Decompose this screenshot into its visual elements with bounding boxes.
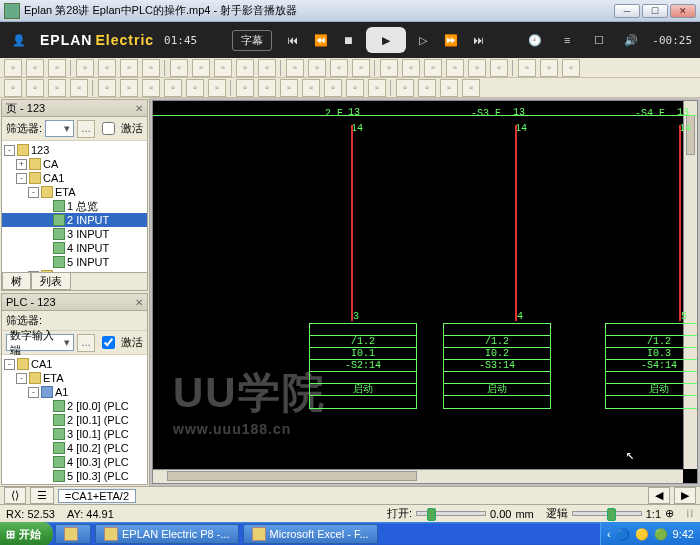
- play-button[interactable]: ▶: [366, 27, 406, 53]
- stop-button[interactable]: ⏹: [338, 29, 360, 51]
- toolbar-button[interactable]: ▫: [540, 59, 558, 77]
- volume-icon[interactable]: 🔊: [620, 29, 642, 51]
- tree-node[interactable]: 2 INPUT: [2, 213, 147, 227]
- scroll-right-button[interactable]: ▶: [674, 487, 696, 504]
- toolbar-button[interactable]: ▫: [164, 79, 182, 97]
- pages-filter-dropdown[interactable]: ▾: [45, 120, 74, 137]
- toolbar-button[interactable]: ▫: [308, 59, 326, 77]
- toolbar-button[interactable]: ▫: [490, 59, 508, 77]
- pages-tab-list[interactable]: 列表: [31, 273, 71, 290]
- toolbar-button[interactable]: ▫: [346, 79, 364, 97]
- toolbar-button[interactable]: ▫: [192, 59, 210, 77]
- tray-icon[interactable]: 🟢: [654, 528, 668, 541]
- filter-config-button[interactable]: …: [77, 120, 95, 138]
- plc-io-block[interactable]: /1.2I0.1-S2:14启动: [309, 323, 417, 409]
- tree-node[interactable]: 4 [I0.2] (PLC: [2, 441, 147, 455]
- tree-expand-icon[interactable]: -: [28, 387, 39, 398]
- tray-icon[interactable]: 🔵: [616, 528, 630, 541]
- prev-track-button[interactable]: ⏮: [282, 29, 304, 51]
- rewind-button[interactable]: ⏪: [310, 29, 332, 51]
- toolbar-button[interactable]: ▫: [462, 79, 480, 97]
- tree-node[interactable]: -123: [2, 143, 147, 157]
- toolbar-button[interactable]: ▫: [142, 79, 160, 97]
- tree-node[interactable]: 3 [I0.1] (PLC: [2, 427, 147, 441]
- toolbar-button[interactable]: ▫: [208, 79, 226, 97]
- bottom-tab-nav[interactable]: ⟨⟩: [4, 487, 26, 504]
- toolbar-button[interactable]: ▫: [236, 59, 254, 77]
- toolbar-button[interactable]: ▫: [562, 59, 580, 77]
- tool-open-icon[interactable]: ▫: [26, 59, 44, 77]
- toolbar-button[interactable]: ▫: [70, 79, 88, 97]
- tool-save-icon[interactable]: ▫: [48, 59, 66, 77]
- tree-node[interactable]: -ETA: [2, 185, 147, 199]
- list-icon[interactable]: ≡: [556, 29, 578, 51]
- toolbar-button[interactable]: ▫: [280, 79, 298, 97]
- tree-node[interactable]: 5 INPUT: [2, 255, 147, 269]
- tree-node[interactable]: 1 总览: [2, 199, 147, 213]
- toolbar-button[interactable]: ▫: [258, 59, 276, 77]
- open-slider[interactable]: [416, 511, 486, 516]
- tree-expand-icon[interactable]: +: [16, 159, 27, 170]
- toolbar-button[interactable]: ▫: [446, 59, 464, 77]
- tree-expand-icon[interactable]: -: [16, 373, 27, 384]
- next-track-button[interactable]: ⏭: [468, 29, 490, 51]
- toolbar-button[interactable]: ▫: [424, 59, 442, 77]
- tree-node[interactable]: 4 INPUT: [2, 241, 147, 255]
- system-tray[interactable]: ‹ 🔵 🟡 🟢 9:42: [600, 522, 700, 545]
- pages-activate-checkbox[interactable]: 激活: [98, 119, 143, 138]
- tree-node[interactable]: -CA1: [2, 171, 147, 185]
- toolbar-button[interactable]: ▫: [120, 59, 138, 77]
- tree-node[interactable]: -ETA: [2, 371, 147, 385]
- pages-tab-tree[interactable]: 树: [2, 273, 31, 290]
- tree-node[interactable]: +CA: [2, 157, 147, 171]
- plc-io-block[interactable]: /1.2I0.3-S4:14启动: [605, 323, 698, 409]
- tree-expand-icon[interactable]: -: [16, 173, 27, 184]
- toolbar-button[interactable]: ▫: [214, 59, 232, 77]
- toolbar-button[interactable]: ▫: [120, 79, 138, 97]
- toolbar-button[interactable]: ▫: [468, 59, 486, 77]
- toolbar-button[interactable]: ▫: [352, 59, 370, 77]
- tree-node[interactable]: -A1: [2, 385, 147, 399]
- horizontal-scrollbar[interactable]: [153, 469, 683, 483]
- taskbar-item-player[interactable]: [55, 524, 91, 544]
- tree-node[interactable]: -CA1: [2, 357, 147, 371]
- toolbar-button[interactable]: ▫: [258, 79, 276, 97]
- toolbar-button[interactable]: ▫: [396, 79, 414, 97]
- avatar-button[interactable]: 👤: [8, 29, 30, 51]
- toolbar-button[interactable]: ▫: [302, 79, 320, 97]
- plc-activate-checkbox[interactable]: 激活: [98, 333, 143, 352]
- subtitle-button[interactable]: 字幕: [232, 30, 272, 51]
- tree-expand-icon[interactable]: -: [28, 187, 39, 198]
- tree-node[interactable]: 4 [I0.3] (PLC: [2, 455, 147, 469]
- plc-filter-dropdown[interactable]: 数字输入端▾: [6, 334, 74, 351]
- window-icon[interactable]: ☐: [588, 29, 610, 51]
- pages-panel-close-icon[interactable]: ✕: [135, 103, 143, 114]
- toolbar-button[interactable]: ▫: [380, 59, 398, 77]
- plc-io-block[interactable]: /1.2I0.2-S3:14启动: [443, 323, 551, 409]
- tree-expand-icon[interactable]: -: [4, 145, 15, 156]
- toolbar-button[interactable]: ▫: [418, 79, 436, 97]
- fast-forward-button[interactable]: ⏩: [440, 29, 462, 51]
- tree-node[interactable]: 3 INPUT: [2, 227, 147, 241]
- toolbar-button[interactable]: ▫: [48, 79, 66, 97]
- toolbar-button[interactable]: ▫: [236, 79, 254, 97]
- toolbar-button[interactable]: ▫: [440, 79, 458, 97]
- clock-icon[interactable]: 🕘: [524, 29, 546, 51]
- grid-slider[interactable]: [572, 511, 642, 516]
- toolbar-button[interactable]: ▫: [286, 59, 304, 77]
- bottom-tab-list[interactable]: ☰: [30, 487, 54, 504]
- start-button[interactable]: ⊞ 开始: [0, 522, 53, 545]
- tree-node[interactable]: 2 [I0.0] (PLC: [2, 399, 147, 413]
- toolbar-button[interactable]: ▫: [98, 59, 116, 77]
- toolbar-button[interactable]: ▫: [186, 79, 204, 97]
- tree-expand-icon[interactable]: -: [4, 359, 15, 370]
- taskbar-item-eplan[interactable]: EPLAN Electric P8 -...: [95, 524, 239, 544]
- tray-chevron-icon[interactable]: ‹: [607, 528, 611, 540]
- filter-config-button[interactable]: …: [77, 334, 95, 352]
- toolbar-button[interactable]: ▫: [170, 59, 188, 77]
- plc-tree[interactable]: -CA1-ETA-A12 [I0.0] (PLC2 [I0.1] (PLC3 […: [2, 355, 147, 484]
- toolbar-button[interactable]: ▫: [368, 79, 386, 97]
- toolbar-button[interactable]: ▫: [76, 59, 94, 77]
- plc-panel-close-icon[interactable]: ✕: [135, 297, 143, 308]
- toolbar-button[interactable]: ▫: [518, 59, 536, 77]
